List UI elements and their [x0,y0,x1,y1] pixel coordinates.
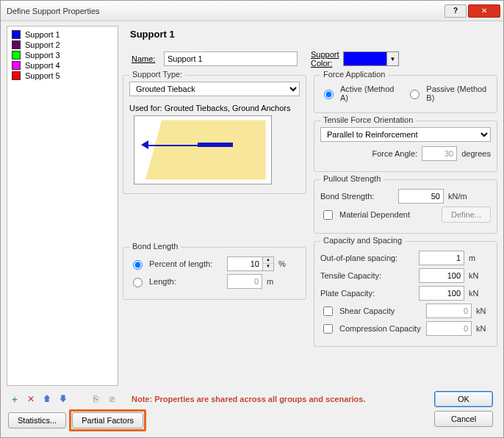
define-button: Define... [442,207,491,223]
percent-unit: % [278,259,286,268]
compression-check[interactable] [323,324,333,334]
color-swatch [12,71,21,80]
support-color-label: Support Color: [311,50,339,68]
support-type-select[interactable]: Grouted Tieback [129,82,300,96]
properties-pane: Support 1 Name: Support Color: ▼ Support… [123,26,497,386]
group-legend: Bond Length [129,242,181,251]
ok-button[interactable]: OK [434,391,493,407]
group-legend: Support Type: [129,70,185,79]
length-label: Length: [149,277,223,286]
compression-unit: kN [476,324,486,333]
force-application-group: Force Application Active (Method A) Pass… [314,75,497,113]
shared-note: Note: Properties are shared across all g… [132,395,366,403]
tensile-cap-unit: kN [469,271,478,280]
support-list-item[interactable]: Support 4 [9,60,116,71]
tensile-orientation-group: Tensile Force Orientation Parallel to Re… [314,121,497,172]
passive-label: Passive (Method B) [426,85,491,102]
plate-cap-label: Plate Capacity: [320,289,414,298]
plate-cap-input[interactable] [419,286,464,301]
force-angle-unit: degrees [461,149,491,158]
spinner-buttons[interactable]: ▲▼ [262,256,274,271]
oop-label: Out-of-plane spacing: [320,254,414,262]
support-label: Support 5 [25,71,60,80]
compression-label: Compression Capacity [339,324,422,333]
help-button[interactable]: ? [444,4,467,18]
color-swatch [344,52,386,65]
length-unit: m [267,277,273,286]
used-for-text: Used for: Grouted Tiebacks, Ground Ancho… [129,104,300,112]
support-list-item[interactable]: Support 1 [9,29,116,40]
delete-icon[interactable]: ✕ [24,392,37,406]
filter-icon[interactable]: ⎚ [105,392,118,406]
group-legend: Tensile Force Orientation [320,115,416,124]
dialog-body: Support 1 Support 2 Support 3 Support 4 … [1,21,503,392]
support-list-item[interactable]: Support 2 [9,40,116,50]
tensile-cap-label: Tensile Capacity: [320,271,414,280]
color-swatch [12,51,21,60]
material-dependent-label: Material Dependent [339,210,410,219]
support-label: Support 1 [25,30,60,39]
passive-radio[interactable] [410,90,420,99]
bond-strength-label: Bond Strength: [320,192,394,201]
material-dependent-check[interactable] [323,210,333,220]
support-color-picker[interactable]: ▼ [343,51,399,66]
dialog-window: Define Support Properties ? ✕ Support 1 … [0,0,504,438]
percent-radio[interactable] [133,260,143,270]
support-label: Support 4 [25,61,60,70]
tensile-cap-input[interactable] [419,268,464,283]
titlebar: Define Support Properties ? ✕ [1,1,503,21]
group-legend: Force Application [320,70,388,79]
group-legend: Pullout Strength [320,174,384,183]
name-input[interactable] [164,51,298,66]
close-button[interactable]: ✕ [468,4,500,18]
add-icon[interactable]: ＋ [8,392,21,406]
color-swatch [12,40,21,49]
shear-unit: kN [476,306,486,315]
oop-input[interactable] [419,251,464,265]
group-legend: Capacity and Spacing [320,236,405,245]
copy-icon[interactable]: ⎘ [89,392,102,406]
partial-factors-button[interactable]: Partial Factors [72,412,143,428]
capacity-spacing-group: Capacity and Spacing Out-of-plane spacin… [314,241,497,347]
shear-label: Shear Capacity [339,306,422,315]
ok-cancel-group: OK Cancel [434,391,493,427]
highlight-marker: Partial Factors [69,409,146,431]
percent-label: Percent of length: [149,259,223,268]
window-title: Define Support Properties [7,7,443,15]
support-header: Support 1 [130,29,175,40]
up-icon[interactable]: 🡅 [40,392,54,406]
bond-strength-unit: kN/m [448,192,467,201]
support-list: Support 1 Support 2 Support 3 Support 4 … [7,26,118,386]
percent-input[interactable] [227,256,262,271]
cancel-button[interactable]: Cancel [434,411,493,427]
force-angle-label: Force Angle: [372,149,417,158]
support-label: Support 2 [25,40,60,49]
support-type-group: Support Type: Grouted Tieback Used for: … [123,75,306,194]
active-radio[interactable] [324,90,334,99]
shear-check[interactable] [323,306,333,316]
shear-input [426,304,472,318]
tensile-orientation-select[interactable]: Parallel to Reinforcement [320,127,491,142]
length-radio[interactable] [133,278,143,287]
name-label: Name: [132,54,159,63]
support-illustration [134,115,272,184]
force-angle-input [422,146,457,161]
active-label: Active (Method A) [340,85,398,102]
oop-unit: m [469,254,475,262]
support-list-item[interactable]: Support 5 [9,71,116,81]
down-icon[interactable]: 🡇 [57,392,70,406]
pullout-strength-group: Pullout Strength Bond Strength: kN/m Mat… [314,179,497,234]
percent-spinner[interactable]: ▲▼ [227,256,274,271]
statistics-button[interactable]: Statistics... [8,412,66,428]
support-label: Support 3 [25,51,60,60]
chevron-down-icon: ▼ [386,52,398,65]
length-input [227,274,262,289]
bond-length-group: Bond Length Percent of length: ▲▼ % [123,247,306,300]
plate-cap-unit: kN [469,289,478,298]
support-list-item[interactable]: Support 3 [9,50,116,60]
color-swatch [12,30,21,39]
footer: ＋ ✕ 🡅 🡇 ⎘ ⎚ Note: Properties are shared … [1,392,503,437]
bond-strength-input[interactable] [398,189,444,204]
compression-input [426,321,472,336]
color-swatch [12,61,21,70]
